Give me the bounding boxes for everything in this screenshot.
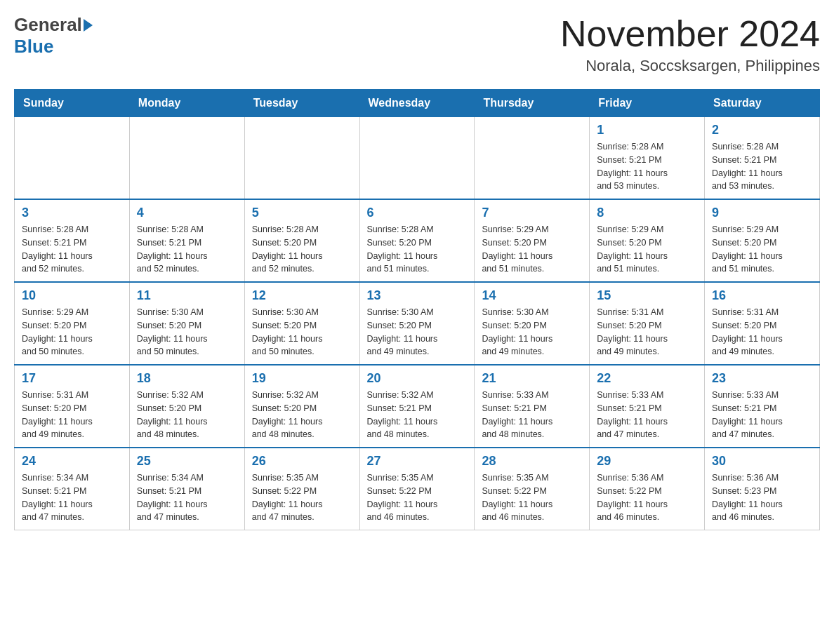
calendar-day-cell: 24Sunrise: 5:34 AMSunset: 5:21 PMDayligh… xyxy=(15,448,130,530)
day-info: Sunrise: 5:35 AMSunset: 5:22 PMDaylight:… xyxy=(482,471,582,524)
day-info: Sunrise: 5:34 AMSunset: 5:21 PMDaylight:… xyxy=(137,471,237,524)
calendar-day-cell: 6Sunrise: 5:28 AMSunset: 5:20 PMDaylight… xyxy=(359,199,475,282)
day-number: 6 xyxy=(367,206,468,220)
calendar-day-cell: 9Sunrise: 5:29 AMSunset: 5:20 PMDaylight… xyxy=(705,199,820,282)
day-number: 26 xyxy=(252,454,352,469)
day-number: 22 xyxy=(597,371,697,386)
day-info: Sunrise: 5:31 AMSunset: 5:20 PMDaylight:… xyxy=(712,306,812,358)
day-number: 14 xyxy=(482,288,582,303)
calendar-day-cell: 8Sunrise: 5:29 AMSunset: 5:20 PMDaylight… xyxy=(590,199,705,282)
day-info: Sunrise: 5:33 AMSunset: 5:21 PMDaylight:… xyxy=(482,389,582,441)
calendar-day-cell: 14Sunrise: 5:30 AMSunset: 5:20 PMDayligh… xyxy=(475,282,590,365)
calendar-day-cell: 13Sunrise: 5:30 AMSunset: 5:20 PMDayligh… xyxy=(359,282,475,365)
day-number: 23 xyxy=(712,371,812,386)
calendar-day-cell: 1Sunrise: 5:28 AMSunset: 5:21 PMDaylight… xyxy=(590,117,705,200)
logo: General Blue xyxy=(14,14,93,58)
calendar-day-cell: 15Sunrise: 5:31 AMSunset: 5:20 PMDayligh… xyxy=(590,282,705,365)
calendar-day-cell: 11Sunrise: 5:30 AMSunset: 5:20 PMDayligh… xyxy=(129,282,244,365)
col-header-sunday: Sunday xyxy=(15,90,130,117)
day-info: Sunrise: 5:28 AMSunset: 5:21 PMDaylight:… xyxy=(712,140,812,193)
day-number: 10 xyxy=(22,288,122,303)
day-info: Sunrise: 5:34 AMSunset: 5:21 PMDaylight:… xyxy=(22,471,122,524)
logo-general-text: General xyxy=(14,14,82,36)
title-area: November 2024 Norala, Soccsksargen, Phil… xyxy=(560,14,820,75)
page-header: General Blue November 2024 Norala, Soccs… xyxy=(14,14,820,75)
day-number: 11 xyxy=(137,288,237,303)
calendar-day-cell: 17Sunrise: 5:31 AMSunset: 5:20 PMDayligh… xyxy=(15,365,130,448)
logo-arrow-icon xyxy=(84,19,93,32)
day-number: 1 xyxy=(597,123,697,137)
location-text: Norala, Soccsksargen, Philippines xyxy=(560,57,820,75)
col-header-wednesday: Wednesday xyxy=(359,90,475,117)
calendar-day-cell: 5Sunrise: 5:28 AMSunset: 5:20 PMDaylight… xyxy=(244,199,359,282)
calendar-day-cell: 25Sunrise: 5:34 AMSunset: 5:21 PMDayligh… xyxy=(129,448,244,530)
day-number: 16 xyxy=(712,288,812,303)
calendar-week-row: 10Sunrise: 5:29 AMSunset: 5:20 PMDayligh… xyxy=(15,282,820,365)
day-number: 30 xyxy=(712,454,812,469)
day-info: Sunrise: 5:30 AMSunset: 5:20 PMDaylight:… xyxy=(252,306,352,358)
calendar-week-row: 1Sunrise: 5:28 AMSunset: 5:21 PMDaylight… xyxy=(15,117,820,200)
day-info: Sunrise: 5:28 AMSunset: 5:21 PMDaylight:… xyxy=(22,223,122,276)
calendar-day-cell: 20Sunrise: 5:32 AMSunset: 5:21 PMDayligh… xyxy=(359,365,475,448)
calendar-day-cell: 30Sunrise: 5:36 AMSunset: 5:23 PMDayligh… xyxy=(705,448,820,530)
day-info: Sunrise: 5:33 AMSunset: 5:21 PMDaylight:… xyxy=(712,389,812,441)
col-header-saturday: Saturday xyxy=(705,90,820,117)
day-info: Sunrise: 5:35 AMSunset: 5:22 PMDaylight:… xyxy=(367,471,468,524)
day-info: Sunrise: 5:30 AMSunset: 5:20 PMDaylight:… xyxy=(367,306,468,358)
calendar-table: SundayMondayTuesdayWednesdayThursdayFrid… xyxy=(14,89,820,530)
day-number: 28 xyxy=(482,454,582,469)
logo-blue-text: Blue xyxy=(14,36,53,57)
calendar-day-cell: 16Sunrise: 5:31 AMSunset: 5:20 PMDayligh… xyxy=(705,282,820,365)
calendar-day-cell xyxy=(129,117,244,200)
day-info: Sunrise: 5:29 AMSunset: 5:20 PMDaylight:… xyxy=(482,223,582,276)
calendar-day-cell: 21Sunrise: 5:33 AMSunset: 5:21 PMDayligh… xyxy=(475,365,590,448)
day-number: 8 xyxy=(597,206,697,220)
calendar-day-cell: 22Sunrise: 5:33 AMSunset: 5:21 PMDayligh… xyxy=(590,365,705,448)
day-info: Sunrise: 5:29 AMSunset: 5:20 PMDaylight:… xyxy=(22,306,122,358)
calendar-day-cell: 7Sunrise: 5:29 AMSunset: 5:20 PMDaylight… xyxy=(475,199,590,282)
day-number: 2 xyxy=(712,123,812,137)
day-info: Sunrise: 5:30 AMSunset: 5:20 PMDaylight:… xyxy=(137,306,237,358)
calendar-day-cell: 4Sunrise: 5:28 AMSunset: 5:21 PMDaylight… xyxy=(129,199,244,282)
calendar-day-cell: 3Sunrise: 5:28 AMSunset: 5:21 PMDaylight… xyxy=(15,199,130,282)
calendar-day-cell: 27Sunrise: 5:35 AMSunset: 5:22 PMDayligh… xyxy=(359,448,475,530)
day-info: Sunrise: 5:31 AMSunset: 5:20 PMDaylight:… xyxy=(22,389,122,441)
day-number: 17 xyxy=(22,371,122,386)
day-number: 25 xyxy=(137,454,237,469)
calendar-day-cell: 10Sunrise: 5:29 AMSunset: 5:20 PMDayligh… xyxy=(15,282,130,365)
calendar-week-row: 24Sunrise: 5:34 AMSunset: 5:21 PMDayligh… xyxy=(15,448,820,530)
day-number: 5 xyxy=(252,206,352,220)
month-title: November 2024 xyxy=(560,14,820,54)
calendar-day-cell xyxy=(359,117,475,200)
day-info: Sunrise: 5:28 AMSunset: 5:20 PMDaylight:… xyxy=(367,223,468,276)
day-number: 29 xyxy=(597,454,697,469)
day-number: 7 xyxy=(482,206,582,220)
col-header-tuesday: Tuesday xyxy=(244,90,359,117)
calendar-day-cell xyxy=(15,117,130,200)
day-number: 13 xyxy=(367,288,468,303)
col-header-monday: Monday xyxy=(129,90,244,117)
calendar-header-row: SundayMondayTuesdayWednesdayThursdayFrid… xyxy=(15,90,820,117)
calendar-day-cell: 28Sunrise: 5:35 AMSunset: 5:22 PMDayligh… xyxy=(475,448,590,530)
day-info: Sunrise: 5:28 AMSunset: 5:20 PMDaylight:… xyxy=(252,223,352,276)
calendar-day-cell: 18Sunrise: 5:32 AMSunset: 5:20 PMDayligh… xyxy=(129,365,244,448)
day-info: Sunrise: 5:32 AMSunset: 5:20 PMDaylight:… xyxy=(252,389,352,441)
day-number: 27 xyxy=(367,454,468,469)
calendar-day-cell: 23Sunrise: 5:33 AMSunset: 5:21 PMDayligh… xyxy=(705,365,820,448)
day-info: Sunrise: 5:28 AMSunset: 5:21 PMDaylight:… xyxy=(137,223,237,276)
day-info: Sunrise: 5:28 AMSunset: 5:21 PMDaylight:… xyxy=(597,140,697,193)
day-info: Sunrise: 5:33 AMSunset: 5:21 PMDaylight:… xyxy=(597,389,697,441)
day-info: Sunrise: 5:31 AMSunset: 5:20 PMDaylight:… xyxy=(597,306,697,358)
day-info: Sunrise: 5:32 AMSunset: 5:21 PMDaylight:… xyxy=(367,389,468,441)
day-number: 4 xyxy=(137,206,237,220)
calendar-day-cell: 29Sunrise: 5:36 AMSunset: 5:22 PMDayligh… xyxy=(590,448,705,530)
calendar-day-cell xyxy=(244,117,359,200)
day-info: Sunrise: 5:29 AMSunset: 5:20 PMDaylight:… xyxy=(597,223,697,276)
day-info: Sunrise: 5:30 AMSunset: 5:20 PMDaylight:… xyxy=(482,306,582,358)
day-number: 18 xyxy=(137,371,237,386)
day-number: 3 xyxy=(22,206,122,220)
day-info: Sunrise: 5:36 AMSunset: 5:23 PMDaylight:… xyxy=(712,471,812,524)
calendar-week-row: 17Sunrise: 5:31 AMSunset: 5:20 PMDayligh… xyxy=(15,365,820,448)
day-info: Sunrise: 5:36 AMSunset: 5:22 PMDaylight:… xyxy=(597,471,697,524)
day-number: 9 xyxy=(712,206,812,220)
